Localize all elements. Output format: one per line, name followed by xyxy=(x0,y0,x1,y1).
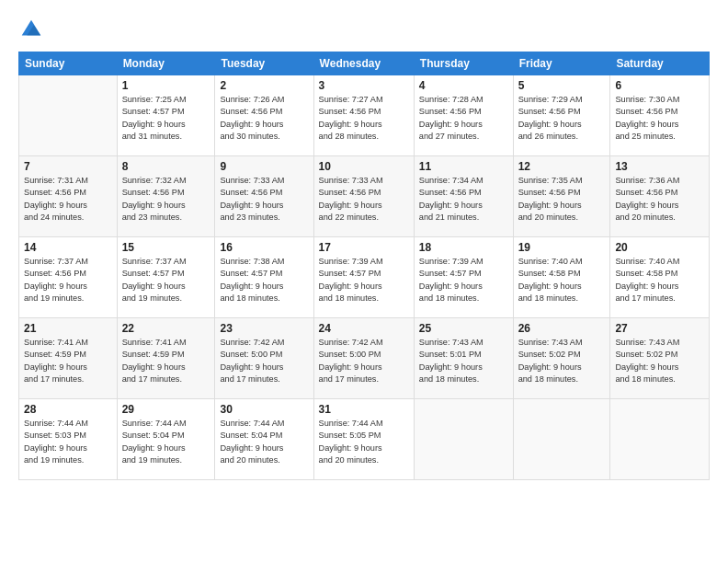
calendar-cell: 18Sunrise: 7:39 AM Sunset: 4:57 PM Dayli… xyxy=(414,237,513,318)
day-detail: Sunrise: 7:28 AM Sunset: 4:56 PM Dayligh… xyxy=(419,94,508,143)
day-number: 5 xyxy=(518,79,606,92)
day-detail: Sunrise: 7:25 AM Sunset: 4:57 PM Dayligh… xyxy=(122,94,210,143)
day-number: 19 xyxy=(518,241,606,254)
day-number: 30 xyxy=(220,403,308,416)
calendar-cell: 7Sunrise: 7:31 AM Sunset: 4:56 PM Daylig… xyxy=(19,156,118,237)
day-number: 20 xyxy=(615,241,704,254)
day-detail: Sunrise: 7:44 AM Sunset: 5:03 PM Dayligh… xyxy=(24,418,112,466)
calendar-cell: 30Sunrise: 7:44 AM Sunset: 5:04 PM Dayli… xyxy=(215,399,313,480)
day-number: 21 xyxy=(24,322,112,335)
day-number: 31 xyxy=(319,403,409,416)
day-number: 6 xyxy=(615,79,704,92)
calendar-cell: 27Sunrise: 7:43 AM Sunset: 5:02 PM Dayli… xyxy=(610,318,710,399)
day-number: 14 xyxy=(24,241,112,254)
week-row-4: 21Sunrise: 7:41 AM Sunset: 4:59 PM Dayli… xyxy=(19,318,710,399)
header-day-saturday: Saturday xyxy=(610,52,710,75)
day-detail: Sunrise: 7:33 AM Sunset: 4:56 PM Dayligh… xyxy=(319,175,409,224)
day-number: 10 xyxy=(319,160,409,173)
day-detail: Sunrise: 7:44 AM Sunset: 5:04 PM Dayligh… xyxy=(122,418,210,466)
calendar-cell xyxy=(19,75,118,156)
day-detail: Sunrise: 7:32 AM Sunset: 4:56 PM Dayligh… xyxy=(122,175,210,224)
day-number: 2 xyxy=(220,79,308,92)
calendar-cell xyxy=(414,399,513,480)
day-detail: Sunrise: 7:37 AM Sunset: 4:56 PM Dayligh… xyxy=(24,256,112,304)
day-detail: Sunrise: 7:41 AM Sunset: 4:59 PM Dayligh… xyxy=(122,337,210,385)
calendar-cell: 22Sunrise: 7:41 AM Sunset: 4:59 PM Dayli… xyxy=(117,318,215,399)
calendar-table: SundayMondayTuesdayWednesdayThursdayFrid… xyxy=(18,52,710,480)
day-detail: Sunrise: 7:40 AM Sunset: 4:58 PM Dayligh… xyxy=(615,256,704,304)
day-detail: Sunrise: 7:30 AM Sunset: 4:56 PM Dayligh… xyxy=(615,94,704,143)
header-row: SundayMondayTuesdayWednesdayThursdayFrid… xyxy=(19,52,710,75)
day-number: 7 xyxy=(24,160,112,173)
day-number: 12 xyxy=(518,160,606,173)
calendar-cell: 26Sunrise: 7:43 AM Sunset: 5:02 PM Dayli… xyxy=(513,318,610,399)
calendar-cell: 1Sunrise: 7:25 AM Sunset: 4:57 PM Daylig… xyxy=(117,75,215,156)
day-detail: Sunrise: 7:39 AM Sunset: 4:57 PM Dayligh… xyxy=(419,256,508,304)
day-number: 17 xyxy=(319,241,409,254)
day-number: 28 xyxy=(24,403,112,416)
calendar-cell xyxy=(513,399,610,480)
day-number: 29 xyxy=(122,403,210,416)
calendar-cell: 5Sunrise: 7:29 AM Sunset: 4:56 PM Daylig… xyxy=(513,75,610,156)
header-day-monday: Monday xyxy=(117,52,215,75)
day-number: 24 xyxy=(319,322,409,335)
day-detail: Sunrise: 7:43 AM Sunset: 5:02 PM Dayligh… xyxy=(615,337,704,385)
day-number: 15 xyxy=(122,241,210,254)
day-detail: Sunrise: 7:43 AM Sunset: 5:01 PM Dayligh… xyxy=(419,337,508,385)
day-number: 8 xyxy=(122,160,210,173)
calendar-cell: 16Sunrise: 7:38 AM Sunset: 4:57 PM Dayli… xyxy=(215,237,313,318)
calendar-cell: 9Sunrise: 7:33 AM Sunset: 4:56 PM Daylig… xyxy=(215,156,313,237)
week-row-2: 7Sunrise: 7:31 AM Sunset: 4:56 PM Daylig… xyxy=(19,156,710,237)
header-day-sunday: Sunday xyxy=(19,52,118,75)
calendar-cell: 31Sunrise: 7:44 AM Sunset: 5:05 PM Dayli… xyxy=(313,399,414,480)
day-detail: Sunrise: 7:27 AM Sunset: 4:56 PM Dayligh… xyxy=(319,94,409,143)
calendar-cell: 23Sunrise: 7:42 AM Sunset: 5:00 PM Dayli… xyxy=(215,318,313,399)
day-number: 18 xyxy=(419,241,508,254)
header-day-tuesday: Tuesday xyxy=(215,52,313,75)
day-number: 3 xyxy=(319,79,409,92)
day-detail: Sunrise: 7:26 AM Sunset: 4:56 PM Dayligh… xyxy=(220,94,308,143)
calendar-cell: 20Sunrise: 7:40 AM Sunset: 4:58 PM Dayli… xyxy=(610,237,710,318)
week-row-3: 14Sunrise: 7:37 AM Sunset: 4:56 PM Dayli… xyxy=(19,237,710,318)
calendar-cell: 13Sunrise: 7:36 AM Sunset: 4:56 PM Dayli… xyxy=(610,156,710,237)
calendar-body: 1Sunrise: 7:25 AM Sunset: 4:57 PM Daylig… xyxy=(19,75,710,480)
calendar-cell: 11Sunrise: 7:34 AM Sunset: 4:56 PM Dayli… xyxy=(414,156,513,237)
calendar-cell: 25Sunrise: 7:43 AM Sunset: 5:01 PM Dayli… xyxy=(414,318,513,399)
day-number: 23 xyxy=(220,322,308,335)
calendar-cell: 21Sunrise: 7:41 AM Sunset: 4:59 PM Dayli… xyxy=(19,318,118,399)
calendar-cell: 29Sunrise: 7:44 AM Sunset: 5:04 PM Dayli… xyxy=(117,399,215,480)
header-day-thursday: Thursday xyxy=(414,52,513,75)
day-detail: Sunrise: 7:44 AM Sunset: 5:05 PM Dayligh… xyxy=(319,418,409,466)
day-detail: Sunrise: 7:37 AM Sunset: 4:57 PM Dayligh… xyxy=(122,256,210,304)
day-number: 16 xyxy=(220,241,308,254)
header xyxy=(18,17,710,42)
day-detail: Sunrise: 7:40 AM Sunset: 4:58 PM Dayligh… xyxy=(518,256,606,304)
day-detail: Sunrise: 7:33 AM Sunset: 4:56 PM Dayligh… xyxy=(220,175,308,224)
day-number: 26 xyxy=(518,322,606,335)
week-row-1: 1Sunrise: 7:25 AM Sunset: 4:57 PM Daylig… xyxy=(19,75,710,156)
day-number: 13 xyxy=(615,160,704,173)
day-detail: Sunrise: 7:43 AM Sunset: 5:02 PM Dayligh… xyxy=(518,337,606,385)
day-detail: Sunrise: 7:35 AM Sunset: 4:56 PM Dayligh… xyxy=(518,175,606,224)
calendar-cell: 10Sunrise: 7:33 AM Sunset: 4:56 PM Dayli… xyxy=(313,156,414,237)
day-detail: Sunrise: 7:36 AM Sunset: 4:56 PM Dayligh… xyxy=(615,175,704,224)
calendar-cell: 6Sunrise: 7:30 AM Sunset: 4:56 PM Daylig… xyxy=(610,75,710,156)
day-number: 25 xyxy=(419,322,508,335)
day-detail: Sunrise: 7:29 AM Sunset: 4:56 PM Dayligh… xyxy=(518,94,606,143)
calendar-cell: 15Sunrise: 7:37 AM Sunset: 4:57 PM Dayli… xyxy=(117,237,215,318)
calendar-cell: 2Sunrise: 7:26 AM Sunset: 4:56 PM Daylig… xyxy=(215,75,313,156)
calendar-cell: 3Sunrise: 7:27 AM Sunset: 4:56 PM Daylig… xyxy=(313,75,414,156)
day-number: 27 xyxy=(615,322,704,335)
week-row-5: 28Sunrise: 7:44 AM Sunset: 5:03 PM Dayli… xyxy=(19,399,710,480)
day-number: 1 xyxy=(122,79,210,92)
calendar-cell: 19Sunrise: 7:40 AM Sunset: 4:58 PM Dayli… xyxy=(513,237,610,318)
day-detail: Sunrise: 7:41 AM Sunset: 4:59 PM Dayligh… xyxy=(24,337,112,385)
header-day-wednesday: Wednesday xyxy=(313,52,414,75)
calendar-cell: 24Sunrise: 7:42 AM Sunset: 5:00 PM Dayli… xyxy=(313,318,414,399)
day-number: 9 xyxy=(220,160,308,173)
day-detail: Sunrise: 7:42 AM Sunset: 5:00 PM Dayligh… xyxy=(220,337,308,385)
calendar-cell: 4Sunrise: 7:28 AM Sunset: 4:56 PM Daylig… xyxy=(414,75,513,156)
header-day-friday: Friday xyxy=(513,52,610,75)
calendar-cell xyxy=(610,399,710,480)
day-number: 22 xyxy=(122,322,210,335)
